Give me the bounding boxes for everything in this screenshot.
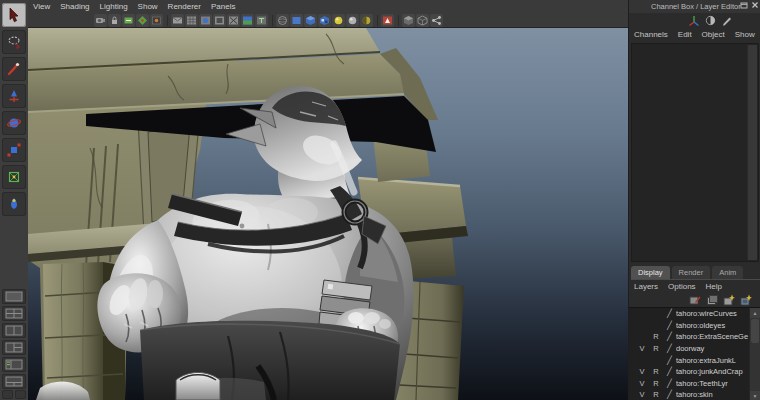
layer-row[interactable]: V R ╱ doorway [629,343,750,355]
tab-display[interactable]: Display [631,266,670,279]
layer-color-icon[interactable]: ╱ [663,356,676,365]
layer-box-icon[interactable] [705,294,718,307]
universal-manipulator-tool[interactable] [2,165,26,189]
camera-attributes-icon[interactable] [122,14,135,27]
layer-type-toggle[interactable]: R [649,344,663,353]
field-chart-icon[interactable] [241,14,254,27]
film-gate-icon[interactable] [199,14,212,27]
layer-row[interactable]: V R ╱ tahoro:junkAndCrap [629,366,750,378]
layout-two-pane-button[interactable] [2,323,26,338]
layer-name[interactable]: doorway [676,344,750,353]
layer-color-icon[interactable]: ╱ [663,344,676,353]
pencil-icon[interactable] [721,15,732,26]
bookmark-icon[interactable] [136,14,149,27]
shadows-icon[interactable] [360,14,373,27]
xyz-axes-icon[interactable] [688,15,700,27]
layout-three-pane-button[interactable] [2,340,26,355]
xray-icon[interactable] [402,14,415,27]
layer-name[interactable]: tahoro:oldeyes [676,321,750,330]
menu-object[interactable]: Object [697,30,730,39]
layout-four-pane-button[interactable] [2,306,26,321]
menu-options[interactable]: Options [663,282,701,291]
shaded-icon[interactable] [304,14,317,27]
menu-view[interactable]: View [28,2,55,11]
soft-modification-tool[interactable] [2,192,26,216]
layer-visibility-toggle[interactable]: V [629,367,649,376]
layer-name[interactable]: tahoro:skin [676,390,750,399]
layer-row[interactable]: ╱ tahoro:wireCurves [629,308,750,320]
gate-mask-icon[interactable] [227,14,240,27]
layer-row[interactable]: ╱ tahoro:oldeyes [629,320,750,332]
layer-color-icon[interactable]: ╱ [663,367,676,376]
layer-row[interactable]: V R ╱ tahoro:skin [629,389,750,400]
layer-visibility-toggle[interactable]: V [629,390,649,399]
new-layer-from-selected-icon[interactable] [739,294,752,307]
new-empty-layer-icon[interactable] [722,294,735,307]
menu-help[interactable]: Help [701,282,727,291]
resolution-gate-icon[interactable] [213,14,226,27]
use-default-lighting-icon[interactable] [332,14,345,27]
scroll-down-icon[interactable]: ▼ [750,391,760,400]
lasso-tool[interactable] [2,30,26,54]
menu-shading[interactable]: Shading [55,2,94,11]
select-camera-icon[interactable] [94,14,107,27]
channel-box-scrollbar[interactable] [747,45,757,260]
menu-layers[interactable]: Layers [629,282,663,291]
pan-zoom-icon[interactable] [171,14,184,27]
select-tool[interactable] [2,3,26,27]
close-icon[interactable] [751,1,759,9]
menu-show[interactable]: Show [730,30,760,39]
flat-shade-icon[interactable] [290,14,303,27]
layer-visibility-toggle[interactable]: V [629,379,649,388]
menu-panels[interactable]: Panels [206,2,240,11]
layout-outliner-persp-button[interactable] [2,357,26,372]
float-icon[interactable] [740,1,748,9]
layer-type-toggle[interactable]: R [649,379,663,388]
speed-icon[interactable] [705,15,716,26]
layer-row[interactable]: R ╱ tahoro:ExtraSceneGe [629,331,750,343]
tab-render[interactable]: Render [672,266,711,279]
safe-title-icon[interactable] [255,14,268,27]
share-icon[interactable] [430,14,443,27]
lock-camera-icon[interactable] [108,14,121,27]
layer-color-icon[interactable]: ╱ [663,309,676,318]
viewport-3d-scene[interactable] [28,28,628,400]
layer-name[interactable]: tahoro:extraJunkL [676,356,750,365]
rotate-tool[interactable] [2,111,26,135]
paint-select-tool[interactable] [2,57,26,81]
image-plane-icon[interactable] [150,14,163,27]
layer-pen-icon[interactable] [688,294,701,307]
all-lights-icon[interactable] [346,14,359,27]
isolate-select-icon[interactable] [381,14,394,27]
layer-name[interactable]: tahoro:wireCurves [676,309,750,318]
layer-name[interactable]: tahoro:junkAndCrap [676,367,750,376]
layer-color-icon[interactable]: ╱ [663,332,676,341]
menu-channels[interactable]: Channels [629,30,673,39]
layer-type-toggle[interactable]: R [649,390,663,399]
scroll-thumb[interactable] [751,319,759,343]
layer-type-toggle[interactable]: R [649,332,663,341]
scale-tool[interactable] [2,138,26,162]
textured-icon[interactable] [318,14,331,27]
backface-culling-icon[interactable] [416,14,429,27]
layer-color-icon[interactable]: ╱ [663,379,676,388]
layer-color-icon[interactable]: ╱ [663,390,676,399]
wireframe-icon[interactable] [276,14,289,27]
layer-row[interactable]: V R ╱ tahoro:TeethLyr [629,378,750,390]
toolbox-collapse-left-button[interactable] [2,390,13,399]
scroll-up-icon[interactable]: ▲ [750,308,760,318]
menu-show[interactable]: Show [133,2,163,11]
grid-icon[interactable] [185,14,198,27]
layer-visibility-toggle[interactable]: V [629,344,649,353]
layer-name[interactable]: tahoro:TeethLyr [676,379,750,388]
layer-color-icon[interactable]: ╱ [663,321,676,330]
layer-row[interactable]: ╱ tahoro:extraJunkL [629,354,750,366]
menu-edit[interactable]: Edit [673,30,697,39]
menu-lighting[interactable]: Lighting [95,2,133,11]
menu-renderer[interactable]: Renderer [163,2,206,11]
layout-single-pane-button[interactable] [2,289,26,304]
layout-split-bottom-button[interactable] [2,374,26,389]
layer-name[interactable]: tahoro:ExtraSceneGe [676,332,750,341]
tab-anim[interactable]: Anim [712,266,743,279]
layer-type-toggle[interactable]: R [649,367,663,376]
